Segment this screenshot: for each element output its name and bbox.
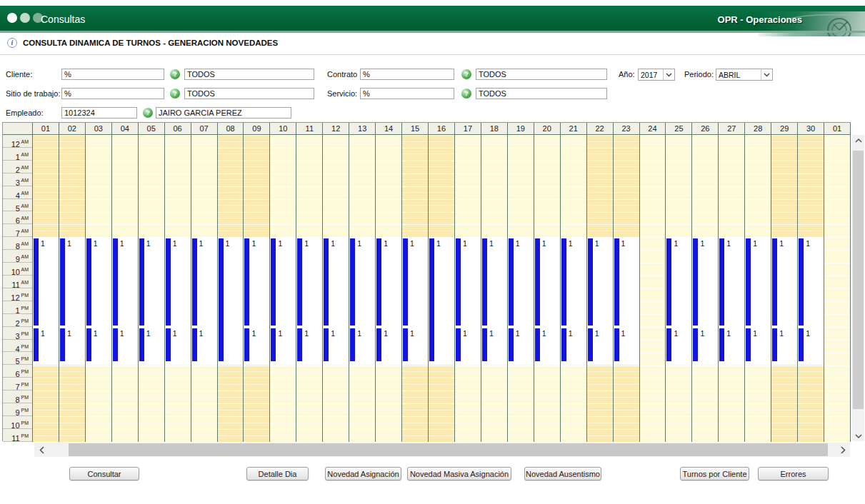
novedad-asignacion-button[interactable]: Novedad Asignación — [325, 467, 401, 480]
chevron-down-icon[interactable] — [761, 69, 772, 80]
day-column[interactable]: 11 — [33, 135, 59, 442]
day-column[interactable]: 11 — [745, 135, 771, 442]
shift-bar[interactable] — [799, 328, 804, 361]
shift-bar[interactable] — [429, 238, 434, 361]
shift-bar[interactable] — [693, 238, 698, 326]
shift-bar[interactable] — [86, 328, 91, 361]
anio-select[interactable]: 2017 — [638, 69, 675, 81]
contrato-code-input[interactable] — [360, 69, 454, 80]
shift-bar[interactable] — [271, 328, 276, 361]
grid-body[interactable]: 1111111111111111111111111111111111111111… — [33, 135, 851, 442]
day-column[interactable] — [640, 135, 666, 442]
shift-bar[interactable] — [244, 328, 249, 361]
scroll-up-icon[interactable] — [852, 135, 864, 146]
shift-bar[interactable] — [219, 238, 224, 361]
chevron-down-icon[interactable] — [663, 69, 674, 80]
periodo-select[interactable]: ABRIL — [716, 69, 773, 81]
shift-bar[interactable] — [509, 238, 514, 326]
empleado-lov-icon[interactable]: ? — [143, 108, 153, 118]
shift-bar[interactable] — [324, 328, 329, 361]
day-column[interactable]: 1 — [429, 135, 455, 442]
day-column[interactable] — [824, 135, 851, 442]
errores-button[interactable]: Errores — [758, 467, 829, 480]
turnos-por-cliente-button[interactable]: Turnos por Cliente — [680, 467, 749, 480]
sitio-code-input[interactable] — [61, 88, 164, 99]
day-column[interactable]: 11 — [191, 135, 218, 442]
shift-bar[interactable] — [34, 328, 39, 361]
day-column[interactable]: 11 — [59, 135, 86, 442]
day-column[interactable]: 11 — [323, 135, 349, 442]
shift-bar[interactable] — [482, 328, 487, 361]
shift-bar[interactable] — [799, 238, 804, 326]
cliente-desc-input[interactable] — [184, 69, 314, 80]
shift-bar[interactable] — [614, 328, 619, 361]
servicio-desc-input[interactable] — [476, 88, 607, 99]
shift-bar[interactable] — [376, 328, 381, 361]
shift-bar[interactable] — [271, 238, 276, 326]
shift-bar[interactable] — [746, 328, 751, 361]
day-column[interactable]: 11 — [798, 135, 824, 442]
shift-bar[interactable] — [456, 238, 461, 326]
day-column[interactable]: 11 — [771, 135, 798, 442]
shift-bar[interactable] — [772, 238, 777, 326]
shift-bar[interactable] — [60, 328, 65, 361]
horizontal-scrollbar[interactable] — [34, 443, 850, 457]
shift-bar[interactable] — [113, 238, 118, 326]
sitio-desc-input[interactable] — [184, 88, 314, 99]
shift-bar[interactable] — [509, 328, 514, 361]
day-column[interactable]: 11 — [561, 135, 587, 442]
shift-bar[interactable] — [561, 238, 566, 326]
day-column[interactable]: 11 — [296, 135, 323, 442]
contrato-lov-icon[interactable]: ? — [461, 69, 471, 79]
shift-bar[interactable] — [746, 238, 751, 326]
scroll-down-icon[interactable] — [852, 430, 864, 441]
shift-bar[interactable] — [166, 328, 171, 361]
day-column[interactable]: 11 — [349, 135, 376, 442]
day-column[interactable]: 11 — [244, 135, 270, 442]
scroll-left-icon[interactable] — [34, 443, 49, 457]
day-column[interactable]: 1 — [218, 135, 244, 442]
vertical-scrollbar[interactable] — [852, 135, 864, 441]
novedad-ausentismo-button[interactable]: Novedad Ausentismo — [524, 467, 601, 480]
novedad-masiva-asignacion-button[interactable]: Novedad Masiva Asignación — [407, 467, 511, 480]
day-column[interactable]: 11 — [112, 135, 139, 442]
cliente-code-input[interactable] — [61, 69, 164, 80]
shift-bar[interactable] — [192, 328, 197, 361]
shift-bar[interactable] — [350, 238, 355, 326]
day-column[interactable]: 11 — [614, 135, 640, 442]
shift-bar[interactable] — [376, 238, 381, 326]
day-column[interactable]: 11 — [508, 135, 534, 442]
cliente-lov-icon[interactable]: ? — [170, 69, 180, 79]
shift-bar[interactable] — [139, 238, 144, 326]
shift-bar[interactable] — [561, 328, 566, 361]
servicio-lov-icon[interactable]: ? — [461, 89, 471, 99]
shift-bar[interactable] — [403, 328, 408, 361]
day-column[interactable]: 11 — [455, 135, 481, 442]
sitio-lov-icon[interactable]: ? — [170, 89, 180, 99]
day-column[interactable]: 11 — [534, 135, 561, 442]
day-column[interactable]: 11 — [481, 135, 508, 442]
day-column[interactable]: 11 — [86, 135, 112, 442]
detalle-dia-button[interactable]: Detalle Dia — [246, 467, 309, 480]
day-column[interactable]: 11 — [402, 135, 429, 442]
shift-bar[interactable] — [588, 238, 593, 326]
horizontal-scrollbar-thumb[interactable] — [69, 443, 828, 456]
scroll-right-icon[interactable] — [836, 443, 850, 457]
shift-bar[interactable] — [719, 328, 724, 361]
shift-bar[interactable] — [666, 328, 671, 361]
shift-bar[interactable] — [113, 328, 118, 361]
day-column[interactable]: 11 — [719, 135, 745, 442]
shift-bar[interactable] — [244, 238, 249, 326]
empleado-desc-input[interactable] — [156, 107, 291, 119]
day-column[interactable]: 11 — [666, 135, 692, 442]
shift-bar[interactable] — [535, 238, 540, 326]
shift-bar[interactable] — [297, 328, 302, 361]
shift-bar[interactable] — [403, 238, 408, 326]
shift-bar[interactable] — [693, 328, 698, 361]
shift-bar[interactable] — [588, 328, 593, 361]
shift-bar[interactable] — [139, 328, 144, 361]
shift-bar[interactable] — [34, 238, 39, 326]
contrato-desc-input[interactable] — [476, 69, 607, 80]
shift-bar[interactable] — [324, 238, 329, 326]
vertical-scrollbar-thumb[interactable] — [853, 151, 864, 409]
